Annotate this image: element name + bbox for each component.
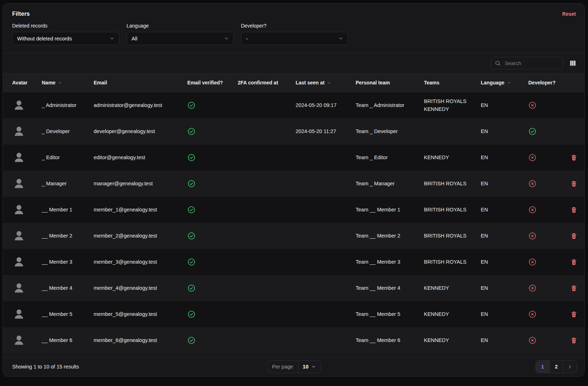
cell-developer <box>524 301 565 327</box>
cell-actions <box>565 301 584 327</box>
cell-avatar <box>3 171 38 197</box>
cell-developer <box>524 223 565 249</box>
team-badge: BRITISH ROYALS <box>424 232 472 240</box>
cell-email-verified <box>183 275 233 301</box>
cell-personal-team: Team _ Developer <box>351 118 420 145</box>
cell-personal-team: Team __ Member 2 <box>351 223 420 249</box>
cell-email: editor@genealogy.test <box>89 145 183 171</box>
cell-teams: BRITISH ROYALSKENNEDY <box>420 92 476 118</box>
cell-name: _ Administrator <box>38 92 89 118</box>
cell-email: member_5@genealogy.test <box>89 301 183 327</box>
col-email: Email <box>89 73 183 92</box>
cell-actions <box>565 249 584 275</box>
page-button-1[interactable]: 1 <box>536 361 549 373</box>
language-select[interactable]: All <box>127 32 234 45</box>
team-badge: KENNEDY <box>424 336 472 344</box>
cell-2fa-confirmed <box>233 223 291 249</box>
cell-name: _ Manager <box>38 171 89 197</box>
filters-section: Filters Reset Deleted records Without de… <box>3 4 584 53</box>
delete-button[interactable] <box>569 309 578 319</box>
col-email-verified: Email verified? <box>183 73 233 92</box>
table-row[interactable]: __ Member 6member_6@genealogy.testTeam _… <box>3 327 584 353</box>
cell-last-seen <box>291 327 351 353</box>
cell-2fa-confirmed <box>233 145 291 171</box>
delete-button[interactable] <box>569 336 578 345</box>
col-name[interactable]: Name <box>38 73 89 92</box>
cell-last-seen <box>291 249 351 275</box>
table-row[interactable]: _ Administratoradministrator@genealogy.t… <box>3 92 584 118</box>
filter-deleted-records: Deleted records Without deleted records <box>12 23 119 45</box>
team-badge: BRITISH ROYALS <box>424 206 472 214</box>
table-footer: Showing 1 to 10 of 15 results Per page 1… <box>3 357 584 376</box>
table-row[interactable]: _ Developerdeveloper@genealogy.test2024-… <box>3 118 584 145</box>
column-toggle-button[interactable] <box>569 59 577 67</box>
cell-actions <box>565 197 584 223</box>
cell-teams: KENNEDY <box>420 145 476 171</box>
cell-2fa-confirmed <box>233 327 291 353</box>
cell-email-verified <box>183 249 233 275</box>
cell-avatar <box>3 223 38 249</box>
col-personal-team: Personal team <box>351 73 420 92</box>
cell-2fa-confirmed <box>233 249 291 275</box>
x-circle-icon <box>528 232 537 240</box>
cell-developer <box>524 92 565 118</box>
table-row[interactable]: __ Member 3member_3@genealogy.testTeam _… <box>3 249 584 275</box>
user-avatar-icon <box>12 229 26 243</box>
next-page-button[interactable] <box>563 361 577 373</box>
cell-language: EN <box>476 301 524 327</box>
check-circle-icon <box>187 101 196 109</box>
cell-teams: KENNEDY <box>420 275 476 301</box>
filters-reset-link[interactable]: Reset <box>562 11 576 17</box>
delete-button[interactable] <box>569 283 578 293</box>
filter-language: Language All <box>127 23 234 45</box>
user-avatar-icon <box>12 281 26 295</box>
cell-language: EN <box>476 327 524 353</box>
cell-name: __ Member 5 <box>38 301 89 327</box>
delete-button[interactable] <box>569 257 578 267</box>
col-language[interactable]: Language <box>476 73 524 92</box>
per-page-select[interactable]: 10 <box>298 361 320 373</box>
search-input[interactable] <box>504 60 559 67</box>
delete-button[interactable] <box>569 153 578 162</box>
columns-icon <box>569 60 576 67</box>
page-button-2[interactable]: 2 <box>549 361 563 373</box>
table-row[interactable]: __ Member 4member_4@genealogy.testTeam _… <box>3 275 584 301</box>
table-row[interactable]: __ Member 1member_1@genealogy.testTeam _… <box>3 197 584 223</box>
developer-select[interactable]: - <box>241 32 348 45</box>
team-badge: BRITISH ROYALS <box>424 97 472 105</box>
cell-developer <box>524 249 565 275</box>
table-row[interactable]: _ Editoreditor@genealogy.testTeam _ Edit… <box>3 145 584 171</box>
cell-avatar <box>3 301 38 327</box>
team-badge: KENNEDY <box>424 105 472 113</box>
per-page-value: 10 <box>303 364 308 370</box>
chevron-down-icon <box>338 36 344 41</box>
deleted-records-select[interactable]: Without deleted records <box>12 32 119 45</box>
cell-last-seen <box>291 197 351 223</box>
check-circle-icon <box>187 284 196 292</box>
cell-avatar <box>3 118 38 145</box>
cell-language: EN <box>476 118 524 145</box>
cell-email: administrator@genealogy.test <box>89 92 183 118</box>
user-avatar-icon <box>12 333 26 347</box>
trash-icon <box>570 284 577 292</box>
col-developer: Developer? <box>524 73 565 92</box>
delete-button[interactable] <box>569 179 578 189</box>
cell-last-seen <box>291 171 351 197</box>
cell-personal-team: Team __ Member 5 <box>351 301 420 327</box>
search-box[interactable] <box>490 57 563 69</box>
table-row[interactable]: _ Managermanager@genealogy.testTeam _ Ma… <box>3 171 584 197</box>
col-last-seen[interactable]: Last seen at <box>291 73 351 92</box>
chevron-right-icon <box>567 364 573 370</box>
cell-name: __ Member 2 <box>38 223 89 249</box>
x-circle-icon <box>528 336 537 345</box>
delete-button[interactable] <box>569 205 578 215</box>
trash-icon <box>570 154 577 161</box>
table-row[interactable]: __ Member 5member_5@genealogy.testTeam _… <box>3 301 584 327</box>
user-avatar-icon <box>12 203 26 216</box>
x-circle-icon <box>528 101 537 109</box>
cell-email: member_1@genealogy.test <box>89 197 183 223</box>
delete-button[interactable] <box>569 231 578 241</box>
results-summary: Showing 1 to 10 of 15 results <box>12 364 79 370</box>
table-row[interactable]: __ Member 2member_2@genealogy.testTeam _… <box>3 223 584 249</box>
cell-email-verified <box>183 145 233 171</box>
